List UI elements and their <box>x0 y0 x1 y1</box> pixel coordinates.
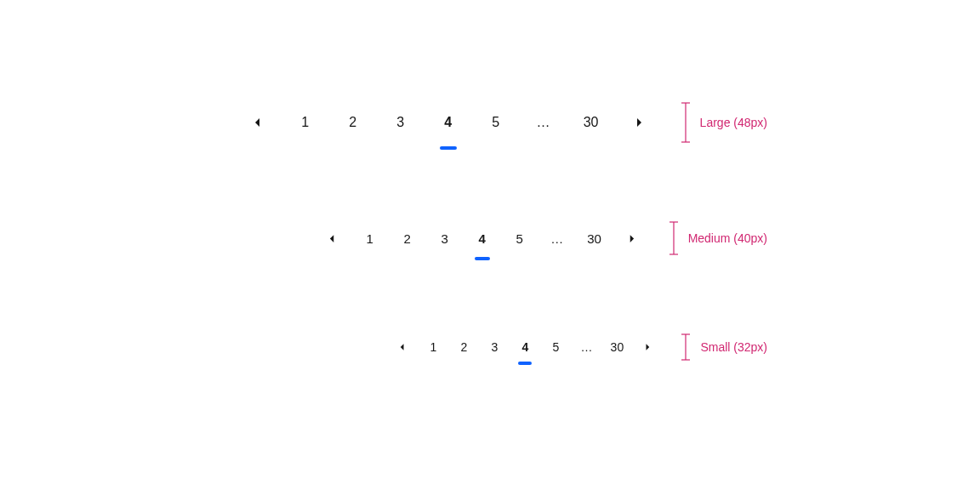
page-2[interactable]: 2 <box>329 102 377 143</box>
pagination-medium: 1 2 3 4 5 … 30 <box>314 221 651 255</box>
caret-right-icon <box>629 234 635 243</box>
page-last[interactable]: 30 <box>576 221 613 255</box>
page-3[interactable]: 3 <box>479 333 510 361</box>
prev-page-button[interactable] <box>387 333 418 361</box>
size-label-small: Small (32px) <box>700 340 767 354</box>
pagination-row-small: 1 2 3 4 5 … 30 Small (32px) <box>0 333 980 361</box>
next-page-button[interactable] <box>613 221 651 255</box>
page-5[interactable]: 5 <box>501 221 538 255</box>
page-last[interactable]: 30 <box>567 102 615 143</box>
next-page-button[interactable] <box>615 102 663 143</box>
page-5[interactable]: 5 <box>472 102 520 143</box>
measure-bracket-icon <box>680 102 693 143</box>
page-1[interactable]: 1 <box>282 102 329 143</box>
page-4-active[interactable]: 4 <box>510 333 540 361</box>
pagination-small: 1 2 3 4 5 … 30 <box>387 333 663 361</box>
page-overflow-ellipsis: … <box>520 102 567 143</box>
size-annotation-large: Large (48px) <box>680 102 767 143</box>
caret-left-icon <box>400 343 405 351</box>
page-3[interactable]: 3 <box>426 221 464 255</box>
size-annotation-medium: Medium (40px) <box>668 221 767 255</box>
page-2[interactable]: 2 <box>448 333 479 361</box>
caret-left-icon <box>329 234 335 243</box>
page-4-active[interactable]: 4 <box>464 221 501 255</box>
pagination-large: 1 2 3 4 5 … 30 <box>234 102 663 143</box>
page-1[interactable]: 1 <box>351 221 389 255</box>
page-5[interactable]: 5 <box>540 333 571 361</box>
size-label-medium: Medium (40px) <box>688 231 767 245</box>
prev-page-button[interactable] <box>314 221 351 255</box>
page-overflow-ellipsis: … <box>571 333 601 361</box>
caret-left-icon <box>254 117 261 128</box>
page-overflow-ellipsis: … <box>538 221 576 255</box>
page-4-active[interactable]: 4 <box>424 102 472 143</box>
page-1[interactable]: 1 <box>418 333 448 361</box>
size-annotation-small: Small (32px) <box>680 333 767 361</box>
caret-right-icon <box>645 343 650 351</box>
page-3[interactable]: 3 <box>377 102 424 143</box>
next-page-button[interactable] <box>632 333 663 361</box>
page-2[interactable]: 2 <box>389 221 426 255</box>
prev-page-button[interactable] <box>234 102 282 143</box>
measure-bracket-icon <box>668 221 681 255</box>
size-label-large: Large (48px) <box>700 116 767 129</box>
measure-bracket-icon <box>680 333 693 361</box>
caret-right-icon <box>635 117 642 128</box>
page-last[interactable]: 30 <box>601 333 632 361</box>
pagination-row-large: 1 2 3 4 5 … 30 Large (48px) <box>0 102 980 143</box>
pagination-row-medium: 1 2 3 4 5 … 30 Medium (40px) <box>0 221 980 255</box>
